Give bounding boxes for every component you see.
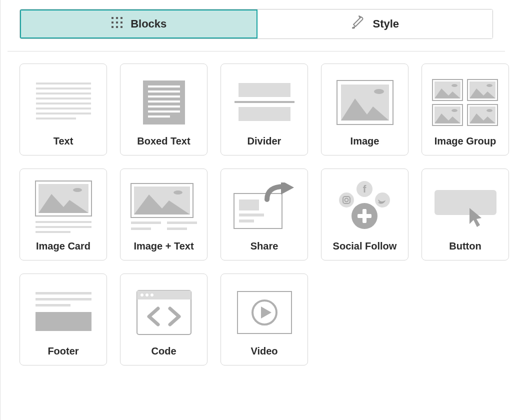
svg-rect-60 xyxy=(131,228,151,230)
svg-point-47 xyxy=(486,109,492,112)
block-label: Footer xyxy=(48,342,78,365)
svg-point-31 xyxy=(374,89,384,94)
svg-rect-19 xyxy=(148,90,180,92)
svg-rect-63 xyxy=(234,194,282,228)
block-text[interactable]: Text xyxy=(20,64,107,156)
tab-style[interactable]: Style xyxy=(258,10,493,38)
block-label: Image + Text xyxy=(134,238,194,260)
svg-rect-10 xyxy=(36,88,91,90)
svg-rect-54 xyxy=(36,231,70,233)
svg-rect-23 xyxy=(148,110,180,112)
blocks-grid: Text Boxed Text xyxy=(8,64,505,366)
grid-dots-icon xyxy=(110,16,124,32)
svg-rect-65 xyxy=(239,214,264,216)
svg-rect-20 xyxy=(148,96,180,98)
svg-rect-27 xyxy=(238,107,290,121)
block-button[interactable]: Button xyxy=(422,168,509,260)
svg-point-58 xyxy=(174,190,182,194)
svg-rect-22 xyxy=(148,106,180,108)
block-boxed-text[interactable]: Boxed Text xyxy=(120,64,208,156)
block-label: Social Follow xyxy=(333,238,397,260)
block-label: Image Card xyxy=(36,238,90,260)
svg-rect-61 xyxy=(167,222,197,224)
svg-rect-59 xyxy=(131,222,161,224)
tab-blocks[interactable]: Blocks xyxy=(20,10,258,38)
block-code[interactable]: Code xyxy=(120,274,208,366)
image-group-icon xyxy=(430,78,500,128)
svg-point-35 xyxy=(452,84,458,87)
block-label: Image Group xyxy=(434,132,496,155)
svg-point-43 xyxy=(452,109,458,112)
block-image[interactable]: Image xyxy=(321,64,408,156)
svg-point-86 xyxy=(146,294,148,296)
svg-rect-14 xyxy=(36,108,91,110)
svg-text:f: f xyxy=(362,184,366,194)
svg-rect-79 xyxy=(36,292,92,294)
video-play-icon xyxy=(234,288,294,338)
svg-rect-64 xyxy=(239,200,259,210)
svg-rect-12 xyxy=(36,98,91,100)
svg-rect-5 xyxy=(120,22,122,24)
svg-rect-81 xyxy=(36,304,70,306)
block-image-group[interactable]: Image Group xyxy=(422,64,509,156)
text-lines-icon xyxy=(36,82,91,122)
block-label: Share xyxy=(250,238,278,260)
svg-rect-2 xyxy=(120,17,122,19)
svg-rect-66 xyxy=(239,220,254,222)
button-cursor-icon xyxy=(430,185,500,230)
block-video[interactable]: Video xyxy=(220,274,308,366)
block-label: Text xyxy=(54,132,74,155)
tab-label: Blocks xyxy=(130,18,166,30)
block-share[interactable]: Share xyxy=(220,168,308,260)
svg-rect-82 xyxy=(36,312,92,331)
svg-rect-8 xyxy=(120,26,122,28)
boxed-text-icon xyxy=(139,78,189,128)
svg-point-85 xyxy=(140,294,144,296)
share-arrow-icon xyxy=(232,182,297,232)
svg-rect-24 xyxy=(148,116,170,118)
block-label: Button xyxy=(449,238,481,260)
social-icons-icon: f xyxy=(332,180,398,235)
svg-point-73 xyxy=(375,192,390,208)
image-plus-text-icon xyxy=(129,182,199,232)
svg-rect-25 xyxy=(238,83,290,97)
svg-point-87 xyxy=(150,294,154,296)
svg-rect-7 xyxy=(116,26,118,28)
svg-rect-9 xyxy=(36,82,91,84)
tab-label: Style xyxy=(372,18,399,30)
svg-rect-26 xyxy=(234,101,294,103)
svg-rect-3 xyxy=(112,22,114,24)
block-divider[interactable]: Divider xyxy=(220,64,308,156)
svg-rect-4 xyxy=(116,22,118,24)
svg-rect-52 xyxy=(36,221,92,223)
svg-rect-13 xyxy=(36,102,91,104)
block-label: Image xyxy=(350,132,380,155)
svg-rect-16 xyxy=(36,118,76,120)
block-image-text[interactable]: Image + Text xyxy=(120,168,208,260)
svg-point-70 xyxy=(339,192,354,208)
paintbrush-icon xyxy=(350,16,366,32)
svg-rect-77 xyxy=(434,190,496,215)
svg-rect-6 xyxy=(112,26,114,28)
svg-rect-76 xyxy=(358,214,372,218)
block-label: Divider xyxy=(248,132,282,155)
svg-point-51 xyxy=(73,188,82,192)
image-icon xyxy=(335,78,395,126)
svg-rect-84 xyxy=(137,290,191,300)
svg-rect-0 xyxy=(112,17,114,19)
block-image-card[interactable]: Image Card xyxy=(20,168,107,260)
block-footer[interactable]: Footer xyxy=(20,274,107,366)
svg-rect-11 xyxy=(36,92,91,94)
code-brackets-icon xyxy=(134,288,194,338)
divider-icon xyxy=(234,80,294,125)
block-label: Code xyxy=(152,342,176,365)
image-card-icon xyxy=(34,180,94,235)
block-social-follow[interactable]: f Social Follow xyxy=(321,168,408,260)
divider-line xyxy=(8,51,505,52)
block-label: Boxed Text xyxy=(137,132,190,155)
svg-rect-80 xyxy=(36,298,92,300)
svg-rect-1 xyxy=(116,17,118,19)
tabbar: Blocks Style xyxy=(20,9,493,39)
blocks-panel: Blocks Style xyxy=(0,0,512,420)
svg-rect-21 xyxy=(148,100,180,102)
